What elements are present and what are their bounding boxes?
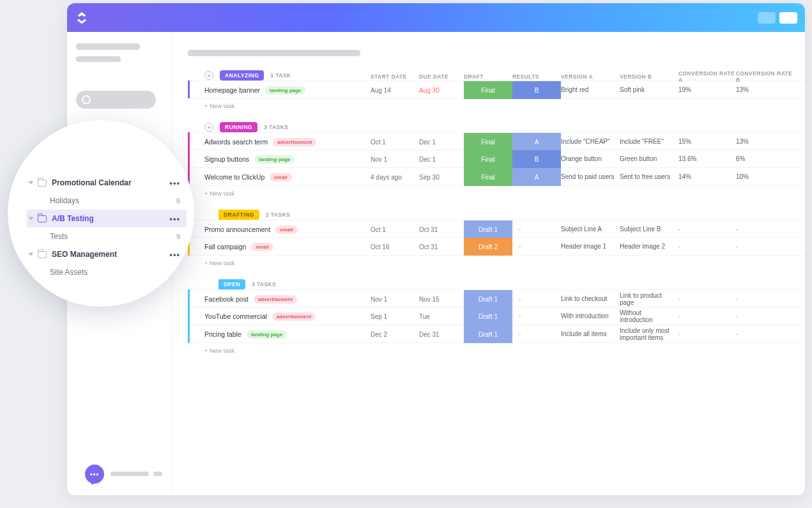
version-b-cell[interactable]: Link to product page xyxy=(620,292,678,307)
version-a-cell[interactable]: Header image 1 xyxy=(561,243,620,250)
column-header-version-a[interactable]: VERSION A xyxy=(561,73,620,80)
results-cell[interactable]: A xyxy=(512,168,561,186)
search-input[interactable] xyxy=(76,91,156,109)
chat-button[interactable]: ••• xyxy=(85,465,104,484)
draft-cell[interactable]: Final xyxy=(464,168,512,186)
results-cell[interactable]: - xyxy=(512,243,561,250)
draft-cell[interactable]: Final xyxy=(464,133,512,151)
draft-cell[interactable]: Draft 1 xyxy=(464,325,512,343)
task-tag[interactable]: advertisement xyxy=(273,138,316,146)
conv-rate-b-cell[interactable]: 6% xyxy=(736,155,793,163)
version-b-cell[interactable]: Header image 2 xyxy=(620,243,678,250)
start-date-cell[interactable]: Oct 1 xyxy=(371,139,419,146)
due-date-cell[interactable]: Sep 30 xyxy=(419,174,464,181)
conv-rate-b-cell[interactable]: - xyxy=(736,330,793,338)
status-chip[interactable]: ANALYZING xyxy=(220,70,264,81)
draft-cell[interactable]: Draft 2 xyxy=(464,238,512,256)
sidebar-subitem-tests[interactable]: Tests9 xyxy=(27,227,187,245)
draft-cell[interactable]: Final xyxy=(464,81,512,99)
column-header-start-date[interactable]: START DATE xyxy=(371,73,419,80)
task-tag[interactable]: email xyxy=(270,173,291,181)
start-date-cell[interactable]: Oct 16 xyxy=(371,243,419,250)
draft-cell[interactable]: Final xyxy=(464,150,512,168)
results-cell[interactable]: - xyxy=(512,312,561,320)
results-cell[interactable]: A xyxy=(512,133,561,151)
task-row[interactable]: Welcome to ClickUpemail4 days agoSep 30F… xyxy=(190,168,805,186)
column-header-version-b[interactable]: VERSION B xyxy=(620,73,678,80)
due-date-cell[interactable]: Aug 30 xyxy=(419,87,464,94)
conv-rate-a-cell[interactable]: 15% xyxy=(678,138,736,146)
task-row[interactable]: Pricing tablelanding pageDec 2Dec 31Draf… xyxy=(190,325,805,343)
version-b-cell[interactable]: Include "FREE" xyxy=(620,138,678,146)
new-task-button[interactable]: + New task xyxy=(188,98,805,109)
results-cell[interactable]: B xyxy=(512,81,561,99)
status-chip[interactable]: DRAFTING xyxy=(218,210,259,220)
draft-cell[interactable]: Draft 1 xyxy=(464,307,512,325)
start-date-cell[interactable]: Oct 1 xyxy=(371,226,419,233)
new-task-button[interactable]: + New task xyxy=(188,186,805,197)
conv-rate-a-cell[interactable]: 13.6% xyxy=(678,155,736,163)
conv-rate-b-cell[interactable]: - xyxy=(736,295,793,303)
start-date-cell[interactable]: Dec 2 xyxy=(371,331,419,338)
task-tag[interactable]: advertisement xyxy=(272,312,316,321)
task-row[interactable]: Facebook postadvertisementNov 1Nov 15Dra… xyxy=(190,289,805,307)
version-b-cell[interactable]: Include only most important items xyxy=(620,327,678,342)
conv-rate-a-cell[interactable]: 19% xyxy=(678,86,736,94)
conv-rate-a-cell[interactable]: - xyxy=(678,226,736,233)
conv-rate-b-cell[interactable]: - xyxy=(736,226,793,233)
task-row[interactable]: YouTube commercialadvertisementSep 1TueD… xyxy=(190,307,805,325)
status-chip[interactable]: OPEN xyxy=(218,279,245,289)
conv-rate-a-cell[interactable]: - xyxy=(678,295,736,303)
column-header-conv-b[interactable]: CONVERSION RATE B xyxy=(736,70,793,83)
task-tag[interactable]: landing page xyxy=(247,330,287,339)
new-task-button[interactable]: + New task xyxy=(188,256,805,266)
conv-rate-a-cell[interactable]: - xyxy=(678,243,736,250)
due-date-cell[interactable]: Dec 1 xyxy=(419,139,464,146)
sidebar-item-a-b-testing[interactable]: A/B Testing••• xyxy=(27,210,187,227)
conv-rate-b-cell[interactable]: 13% xyxy=(736,86,793,94)
new-task-button[interactable]: + New task xyxy=(188,343,805,354)
task-row[interactable]: Homepage bannerlanding pageAug 14Aug 30F… xyxy=(190,81,805,98)
due-date-cell[interactable]: Oct 31 xyxy=(419,243,464,250)
version-a-cell[interactable]: Bright red xyxy=(561,86,620,94)
draft-cell[interactable]: Draft 1 xyxy=(464,220,512,238)
task-tag[interactable]: email xyxy=(251,243,273,251)
version-a-cell[interactable]: Subject Line A xyxy=(561,226,620,233)
column-header-draft[interactable]: DRAFT xyxy=(464,73,512,80)
sidebar-item-promotional-calendar[interactable]: Promotional Calendar••• xyxy=(27,174,187,192)
version-a-cell[interactable]: Orange button xyxy=(561,155,620,163)
due-date-cell[interactable]: Dec 1 xyxy=(419,156,464,163)
due-date-cell[interactable]: Dec 31 xyxy=(419,331,464,338)
due-date-cell[interactable]: Nov 15 xyxy=(419,296,464,303)
due-date-cell[interactable]: Tue xyxy=(419,313,464,320)
task-row[interactable]: Promo announcementemailOct 1Oct 31Draft … xyxy=(190,220,805,238)
more-icon[interactable]: ••• xyxy=(169,178,180,188)
collapse-toggle[interactable] xyxy=(204,123,213,132)
version-a-cell[interactable]: With introduction xyxy=(561,312,620,320)
start-date-cell[interactable]: 4 days ago xyxy=(371,174,419,181)
version-a-cell[interactable]: Send to paid users xyxy=(561,173,620,181)
conv-rate-a-cell[interactable]: - xyxy=(678,312,736,320)
window-maximize-button[interactable] xyxy=(779,12,797,24)
start-date-cell[interactable]: Aug 14 xyxy=(371,87,419,94)
conv-rate-a-cell[interactable]: - xyxy=(678,330,736,338)
results-cell[interactable]: B xyxy=(512,150,561,168)
version-a-cell[interactable]: Include "CHEAP" xyxy=(561,138,620,146)
sidebar-subitem-site-assets[interactable]: Site Assets6 xyxy=(27,263,187,281)
sidebar-item-seo-management[interactable]: SEO Management••• xyxy=(27,245,187,263)
task-tag[interactable]: advertisement xyxy=(254,295,297,304)
version-b-cell[interactable]: Soft pink xyxy=(620,86,678,94)
draft-cell[interactable]: Draft 1 xyxy=(464,290,512,308)
conv-rate-b-cell[interactable]: 13% xyxy=(736,138,793,146)
task-row[interactable]: Signup buttonslanding pageNov 1Dec 1Fina… xyxy=(190,150,805,168)
sidebar-subitem-holidays[interactable]: Holidays6 xyxy=(27,192,187,210)
column-header-results[interactable]: RESULTS xyxy=(512,73,561,80)
results-cell[interactable]: - xyxy=(512,226,561,233)
task-row[interactable]: Adwords search termadvertisementOct 1Dec… xyxy=(190,132,805,150)
version-b-cell[interactable]: Subject Line B xyxy=(620,226,678,233)
conv-rate-b-cell[interactable]: - xyxy=(736,243,793,250)
start-date-cell[interactable]: Nov 1 xyxy=(371,156,419,163)
version-b-cell[interactable]: Without introduction xyxy=(620,309,678,324)
version-a-cell[interactable]: Include all items xyxy=(561,330,620,338)
conv-rate-b-cell[interactable]: 10% xyxy=(736,173,793,181)
